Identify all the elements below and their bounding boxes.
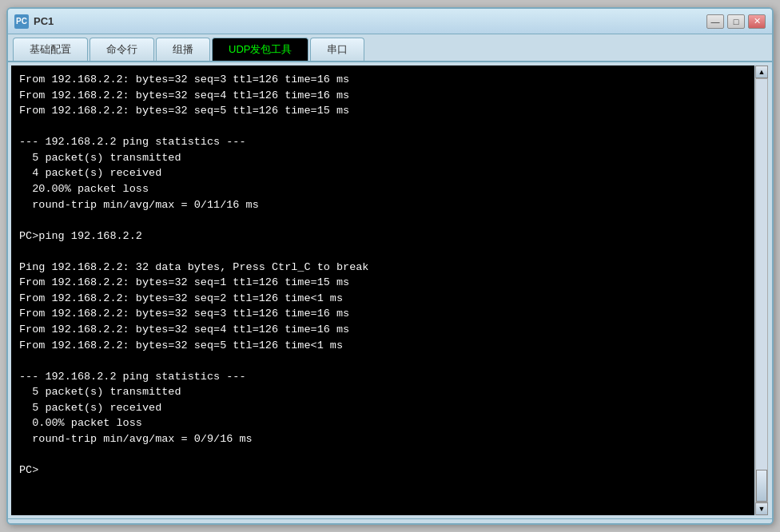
- tab-multicast[interactable]: 组播: [156, 38, 210, 61]
- tab-command-line[interactable]: 命令行: [90, 38, 154, 61]
- scroll-up-button[interactable]: ▲: [755, 66, 768, 78]
- scroll-track[interactable]: [755, 78, 768, 502]
- window-icon: PC: [14, 14, 29, 29]
- terminal-output[interactable]: From 192.168.2.2: bytes=32 seq=3 ttl=126…: [11, 66, 754, 515]
- scroll-down-button[interactable]: ▼: [755, 502, 768, 515]
- title-left: PC PC1: [14, 14, 54, 29]
- tab-bar: 基础配置 命令行 组播 UDP发包工具 串口: [8, 34, 772, 62]
- scrollbar: ▲ ▼: [754, 66, 769, 515]
- bottom-bar: [8, 518, 772, 523]
- tab-udp-tool[interactable]: UDP发包工具: [212, 38, 308, 61]
- tab-serial[interactable]: 串口: [310, 38, 364, 61]
- maximize-button[interactable]: □: [727, 14, 745, 29]
- main-window: PC PC1 — □ ✕ 基础配置 命令行 组播 UDP发包工具 串口 From…: [6, 7, 774, 525]
- content-area: From 192.168.2.2: bytes=32 seq=3 ttl=126…: [8, 62, 772, 518]
- window-controls: — □ ✕: [706, 14, 766, 29]
- title-bar: PC PC1 — □ ✕: [8, 9, 772, 34]
- tab-basic-config[interactable]: 基础配置: [13, 38, 88, 61]
- scroll-thumb[interactable]: [756, 470, 767, 502]
- minimize-button[interactable]: —: [706, 14, 724, 29]
- close-button[interactable]: ✕: [748, 14, 766, 29]
- window-title: PC1: [34, 15, 54, 27]
